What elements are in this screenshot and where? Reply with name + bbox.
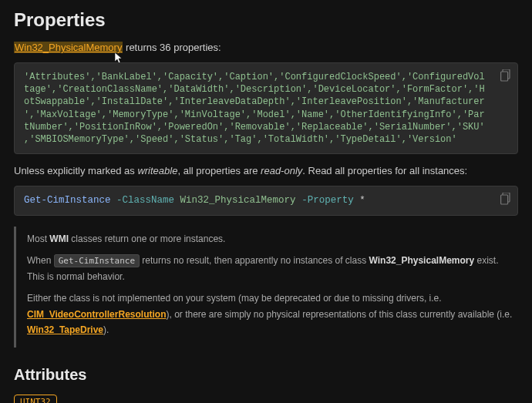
intro-paragraph: Win32_PhysicalMemory returns 36 properti…	[14, 42, 518, 53]
intro-text: returns 36 properties:	[123, 42, 221, 53]
note-line-2: When Get-CimInstance returns no result, …	[27, 253, 518, 284]
note-line-3: Either the class is not implemented on y…	[27, 290, 518, 338]
param-classname: -ClassName	[116, 195, 174, 206]
text: , all properties are	[177, 165, 261, 176]
text: ), or there are simply no physical repre…	[166, 309, 512, 320]
text: returns no result, then apparently no in…	[140, 255, 369, 266]
text: Most	[27, 233, 49, 244]
properties-list-text: 'Attributes','BankLabel','Capacity','Cap…	[24, 72, 485, 145]
writeable-em: writeable	[137, 165, 177, 176]
text: Either the class is not implemented on y…	[27, 293, 442, 304]
svg-rect-1	[501, 72, 508, 81]
wmi-strong: WMI	[49, 233, 69, 244]
text: classes return one or more instances.	[69, 233, 225, 244]
readonly-note: Unless explicitly marked as writeable, a…	[14, 165, 518, 176]
classname-strong: Win32_PhysicalMemory	[369, 255, 475, 266]
note-line-1: Most WMI classes return one or more inst…	[27, 231, 518, 247]
class-name-link[interactable]: Win32_PhysicalMemory	[14, 42, 123, 53]
text: . Read all properties for all instances:	[302, 165, 467, 176]
copy-icon[interactable]	[500, 69, 511, 82]
text: Unless explicitly marked as	[14, 165, 137, 176]
readonly-em: read-only	[261, 165, 302, 176]
wildcard: *	[359, 195, 365, 206]
type-badge: UINT32	[14, 395, 57, 403]
svg-rect-3	[501, 195, 508, 204]
cim-videocontroller-link[interactable]: CIM_VideoControllerResolution	[27, 309, 166, 320]
win32-tapedrive-link[interactable]: Win32_TapeDrive	[27, 324, 103, 335]
copy-icon[interactable]	[500, 193, 511, 205]
inline-code-cmdlet: Get-CimInstance	[54, 254, 140, 267]
param-property: -Property	[301, 195, 354, 206]
section-heading-properties: Properties	[14, 0, 518, 42]
properties-code-block: 'Attributes','BankLabel','Capacity','Cap…	[14, 62, 518, 154]
note-block: Most WMI classes return one or more inst…	[14, 227, 518, 348]
text: ).	[103, 324, 109, 335]
cmdlet-name: Get-CimInstance	[24, 195, 111, 206]
text: When	[27, 255, 54, 266]
section-heading-attributes: Attributes	[14, 355, 518, 390]
command-code-block: Get-CimInstance -ClassName Win32_Physica…	[14, 186, 518, 216]
value-classname: Win32_PhysicalMemory	[180, 195, 296, 206]
